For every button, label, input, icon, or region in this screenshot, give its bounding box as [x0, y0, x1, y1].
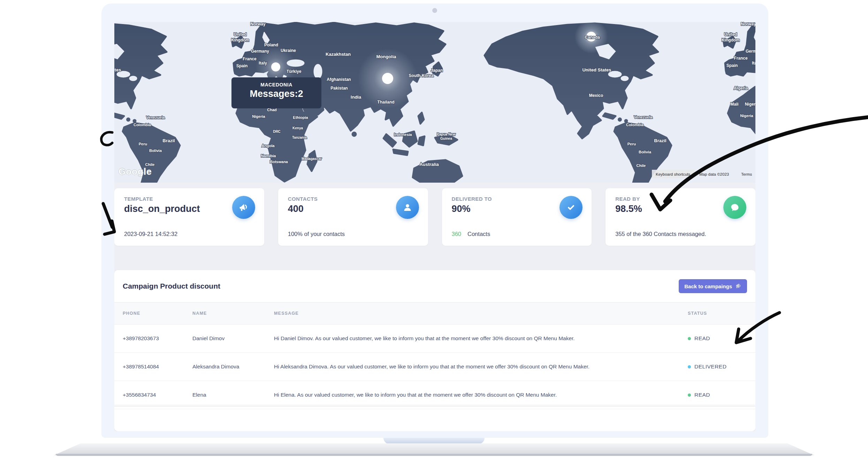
- country-label: Colombia: [134, 123, 151, 127]
- stats-row: TEMPLATE disc_on_product 2023-09-21 14:5…: [114, 188, 755, 246]
- country-label: Kazakhstan: [326, 52, 351, 57]
- table-row: +38978514084 Aleksandra Dimova Hi Aleksa…: [114, 353, 755, 381]
- country-label: Kenya: [292, 126, 303, 130]
- country-label: Colombia: [626, 123, 644, 127]
- country-label: Peru: [139, 142, 147, 146]
- country-label: Ukraine: [281, 48, 296, 53]
- country-label: Angola: [261, 144, 275, 148]
- map-canvas: NorwayUnitedKingdomPolandGermanyUkraineF…: [114, 22, 755, 183]
- map-marker[interactable]: [271, 62, 280, 71]
- country-label: Mali: [730, 102, 738, 107]
- stat-value: 98.5%: [615, 204, 642, 214]
- cell-phone: +38978514084: [123, 364, 192, 370]
- stat-sub-text: Contacts: [467, 231, 490, 237]
- country-label: Canada: [585, 35, 600, 40]
- country-label: Guinea: [440, 137, 452, 140]
- country-label: Afghanistan: [327, 77, 351, 82]
- country-label: DRC: [273, 130, 281, 133]
- cell-status: READ: [688, 392, 755, 398]
- webcam-dot: [432, 8, 437, 13]
- stat-card: READ BY 98.5% 355 of the 360 Contacts me…: [606, 188, 755, 246]
- country-label: Türkiye: [287, 69, 302, 74]
- country-label: India: [351, 94, 361, 100]
- country-label: Nigeria: [740, 114, 753, 118]
- country-label: Namibia: [261, 154, 276, 158]
- country-label: Germany: [251, 49, 269, 54]
- status-label: READ: [694, 335, 710, 342]
- country-label: Brazil: [162, 138, 175, 143]
- status-dot: [688, 365, 691, 368]
- country-label: Thailand: [377, 100, 394, 105]
- table-body: +38978203673 Daniel Dimov Hi Daniel Dimo…: [114, 325, 755, 409]
- map-marker[interactable]: [382, 73, 393, 84]
- col-name: NAME: [192, 311, 274, 316]
- cell-status: DELIVERED: [688, 364, 755, 370]
- col-message: MESSAGE: [274, 311, 688, 316]
- stat-sub: 100% of your contacts: [288, 231, 345, 237]
- stat-sub: 355 of the 360 Contacts messaged.: [615, 231, 706, 237]
- cell-phone: +3556834734: [123, 392, 192, 398]
- country-label: Venezuela: [146, 115, 165, 120]
- megaphone-emoji-icon: [735, 283, 741, 290]
- country-label: Poland: [264, 43, 278, 47]
- stat-sub-text: 355 of the 360 Contacts messaged.: [615, 231, 706, 237]
- terms-link[interactable]: Terms: [741, 172, 752, 176]
- cell-message: Hi Elena. As our valued customer, we lik…: [274, 392, 688, 398]
- status-label: READ: [694, 392, 710, 398]
- country-label: Norway: [741, 22, 755, 26]
- country-label: Niger: [745, 102, 755, 107]
- country-label: Nigeria: [252, 114, 265, 119]
- table-row: +38978203673 Daniel Dimov Hi Daniel Dimo…: [114, 325, 755, 353]
- country-label: Spain: [236, 63, 248, 68]
- country-label: Kingdom: [231, 38, 249, 43]
- country-label: South Korea: [409, 73, 434, 78]
- country-label: Bolivia: [639, 150, 652, 154]
- cell-name: Aleksandra Dimova: [192, 364, 274, 370]
- megaphone-icon: [232, 196, 255, 219]
- stat-sub-text: 100% of your contacts: [288, 231, 345, 237]
- map-data-attribution: Map data ©2023: [699, 172, 729, 176]
- campaign-title: Campaign Product discount: [123, 282, 220, 290]
- status-dot: [688, 394, 691, 397]
- keyboard-shortcuts-link[interactable]: Keyboard shortcuts: [656, 172, 690, 176]
- stat-label: CONTACTS: [288, 196, 318, 202]
- country-label: Italy: [259, 61, 267, 66]
- country-label: Ita: [752, 61, 755, 66]
- campaign-table-card: Campaign Product discount Back to campai…: [114, 270, 755, 431]
- col-phone: PHONE: [123, 311, 192, 316]
- table-column-headers: PHONE NAME MESSAGE STATUS: [114, 302, 755, 325]
- tooltip-country: MACEDONIA: [231, 82, 321, 87]
- country-label: Bolivia: [149, 148, 162, 153]
- country-label: tes: [115, 67, 121, 72]
- dashboard-screen: NorwayUnitedKingdomPolandGermanyUkraineF…: [114, 22, 755, 431]
- country-label: United: [234, 32, 246, 37]
- back-to-campaigns-button[interactable]: Back to campaings: [679, 279, 747, 293]
- country-label: Ethiopia: [293, 115, 308, 120]
- world-map[interactable]: NorwayUnitedKingdomPolandGermanyUkraineF…: [114, 22, 755, 183]
- cell-status: READ: [688, 335, 755, 342]
- chat-icon: [723, 196, 746, 219]
- country-label: Algeria: [734, 86, 748, 91]
- stat-value: 400: [288, 204, 304, 214]
- check-icon: [559, 196, 583, 219]
- country-label: Spain: [726, 63, 738, 68]
- country-label: United States: [582, 67, 611, 72]
- status-dot: [688, 337, 691, 340]
- cell-name: Daniel Dimov: [192, 335, 274, 342]
- stat-label: DELIVERED TO: [452, 196, 492, 202]
- stat-card: DELIVERED TO 90% 360Contacts: [442, 188, 592, 246]
- stat-sub-highlight: 360: [452, 231, 462, 237]
- country-label: Australia: [419, 162, 439, 167]
- stat-value: disc_on_product: [124, 204, 200, 214]
- table-footer-shadow: [114, 404, 755, 407]
- stat-label: TEMPLATE: [124, 196, 153, 202]
- laptop-base-edge: [56, 454, 812, 456]
- status-label: DELIVERED: [694, 364, 726, 370]
- country-label: Botswana: [270, 160, 288, 164]
- country-label: Chile: [637, 163, 646, 168]
- country-label: Tanzania: [292, 136, 307, 139]
- stat-label: READ BY: [615, 196, 640, 202]
- map-tooltip: MACEDONIA Messages:2: [231, 77, 321, 108]
- country-label: Pakistan: [330, 86, 348, 91]
- country-label: Brazil: [654, 138, 666, 143]
